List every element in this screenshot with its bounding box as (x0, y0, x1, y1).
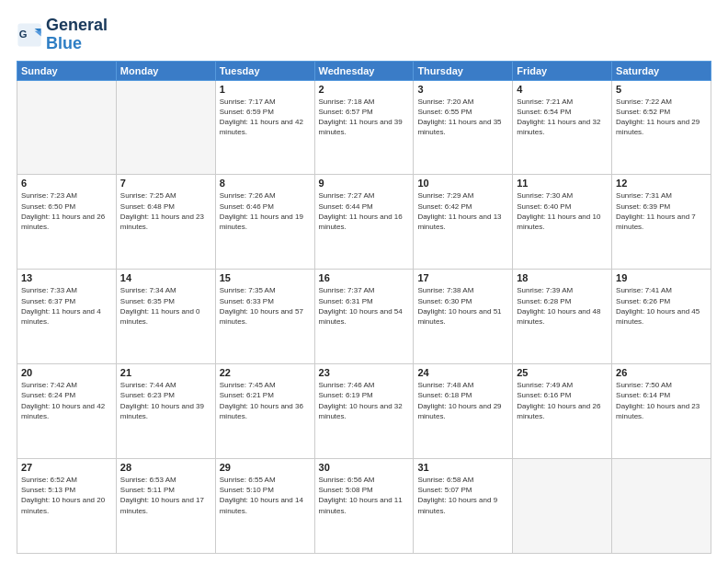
table-row (513, 459, 612, 554)
table-row: 6Sunrise: 7:23 AM Sunset: 6:50 PM Daylig… (17, 175, 117, 270)
day-number: 26 (616, 367, 707, 378)
table-row: 7Sunrise: 7:25 AM Sunset: 6:48 PM Daylig… (116, 175, 215, 270)
col-saturday: Saturday (612, 61, 711, 80)
table-row: 31Sunrise: 6:58 AM Sunset: 5:07 PM Dayli… (414, 459, 513, 554)
day-number: 31 (417, 462, 508, 473)
table-row: 20Sunrise: 7:42 AM Sunset: 6:24 PM Dayli… (17, 364, 117, 459)
table-row: 5Sunrise: 7:22 AM Sunset: 6:52 PM Daylig… (612, 80, 711, 175)
table-row: 30Sunrise: 6:56 AM Sunset: 5:08 PM Dayli… (314, 459, 414, 554)
table-row: 14Sunrise: 7:34 AM Sunset: 6:35 PM Dayli… (116, 270, 215, 364)
day-info: Sunrise: 7:30 AM Sunset: 6:40 PM Dayligh… (517, 190, 608, 232)
table-row: 19Sunrise: 7:41 AM Sunset: 6:26 PM Dayli… (612, 270, 711, 364)
day-info: Sunrise: 7:35 AM Sunset: 6:33 PM Dayligh… (220, 285, 311, 327)
day-number: 28 (120, 462, 211, 473)
day-info: Sunrise: 7:22 AM Sunset: 6:52 PM Dayligh… (616, 97, 707, 138)
day-number: 13 (21, 272, 112, 283)
table-row: 16Sunrise: 7:37 AM Sunset: 6:31 PM Dayli… (314, 270, 414, 364)
day-info: Sunrise: 7:49 AM Sunset: 6:16 PM Dayligh… (517, 380, 608, 421)
day-info: Sunrise: 7:27 AM Sunset: 6:44 PM Dayligh… (319, 190, 410, 232)
day-info: Sunrise: 6:52 AM Sunset: 5:13 PM Dayligh… (21, 475, 112, 516)
logo-text-line2: Blue (46, 35, 108, 53)
day-number: 23 (319, 367, 410, 378)
calendar-week-row: 27Sunrise: 6:52 AM Sunset: 5:13 PM Dayli… (17, 459, 711, 554)
calendar-week-row: 6Sunrise: 7:23 AM Sunset: 6:50 PM Daylig… (17, 175, 711, 270)
table-row: 29Sunrise: 6:55 AM Sunset: 5:10 PM Dayli… (215, 459, 314, 554)
table-row: 1Sunrise: 7:17 AM Sunset: 6:59 PM Daylig… (215, 80, 314, 175)
day-number: 21 (120, 367, 211, 378)
day-info: Sunrise: 7:21 AM Sunset: 6:54 PM Dayligh… (517, 97, 608, 138)
table-row: 3Sunrise: 7:20 AM Sunset: 6:55 PM Daylig… (414, 80, 513, 175)
table-row: 2Sunrise: 7:18 AM Sunset: 6:57 PM Daylig… (314, 80, 414, 175)
day-number: 6 (21, 178, 112, 189)
day-number: 12 (616, 178, 707, 189)
table-row: 28Sunrise: 6:53 AM Sunset: 5:11 PM Dayli… (116, 459, 215, 554)
logo-icon: G (17, 22, 42, 48)
col-tuesday: Tuesday (215, 61, 314, 80)
table-row: 11Sunrise: 7:30 AM Sunset: 6:40 PM Dayli… (513, 175, 612, 270)
calendar-header-row: Sunday Monday Tuesday Wednesday Thursday… (17, 61, 711, 80)
table-row (17, 80, 117, 175)
day-info: Sunrise: 7:39 AM Sunset: 6:28 PM Dayligh… (517, 285, 608, 327)
table-row (116, 80, 215, 175)
logo: G General Blue (17, 17, 108, 53)
day-info: Sunrise: 7:18 AM Sunset: 6:57 PM Dayligh… (319, 97, 410, 138)
table-row: 15Sunrise: 7:35 AM Sunset: 6:33 PM Dayli… (215, 270, 314, 364)
day-info: Sunrise: 7:17 AM Sunset: 6:59 PM Dayligh… (220, 97, 311, 138)
day-number: 7 (120, 178, 211, 189)
day-number: 16 (319, 272, 410, 283)
day-number: 19 (616, 272, 707, 283)
day-number: 22 (220, 367, 311, 378)
calendar-week-row: 13Sunrise: 7:33 AM Sunset: 6:37 PM Dayli… (17, 270, 711, 364)
day-info: Sunrise: 7:33 AM Sunset: 6:37 PM Dayligh… (21, 285, 112, 327)
day-info: Sunrise: 7:34 AM Sunset: 6:35 PM Dayligh… (120, 285, 211, 327)
table-row: 12Sunrise: 7:31 AM Sunset: 6:39 PM Dayli… (612, 175, 711, 270)
day-info: Sunrise: 7:31 AM Sunset: 6:39 PM Dayligh… (616, 190, 707, 232)
day-number: 1 (220, 84, 311, 95)
table-row (612, 459, 711, 554)
table-row: 17Sunrise: 7:38 AM Sunset: 6:30 PM Dayli… (414, 270, 513, 364)
table-row: 23Sunrise: 7:46 AM Sunset: 6:19 PM Dayli… (314, 364, 414, 459)
table-row: 13Sunrise: 7:33 AM Sunset: 6:37 PM Dayli… (17, 270, 117, 364)
svg-text:G: G (19, 29, 28, 40)
day-number: 4 (517, 84, 608, 95)
table-row: 18Sunrise: 7:39 AM Sunset: 6:28 PM Dayli… (513, 270, 612, 364)
table-row: 4Sunrise: 7:21 AM Sunset: 6:54 PM Daylig… (513, 80, 612, 175)
day-info: Sunrise: 7:45 AM Sunset: 6:21 PM Dayligh… (220, 380, 311, 421)
table-row: 10Sunrise: 7:29 AM Sunset: 6:42 PM Dayli… (414, 175, 513, 270)
table-row: 9Sunrise: 7:27 AM Sunset: 6:44 PM Daylig… (314, 175, 414, 270)
day-number: 15 (220, 272, 311, 283)
day-info: Sunrise: 7:20 AM Sunset: 6:55 PM Dayligh… (417, 97, 508, 138)
day-number: 20 (21, 367, 112, 378)
col-monday: Monday (116, 61, 215, 80)
col-friday: Friday (513, 61, 612, 80)
day-info: Sunrise: 7:50 AM Sunset: 6:14 PM Dayligh… (616, 380, 707, 421)
day-info: Sunrise: 7:48 AM Sunset: 6:18 PM Dayligh… (417, 380, 508, 421)
day-number: 9 (319, 178, 410, 189)
day-number: 18 (517, 272, 608, 283)
table-row: 26Sunrise: 7:50 AM Sunset: 6:14 PM Dayli… (612, 364, 711, 459)
day-info: Sunrise: 7:41 AM Sunset: 6:26 PM Dayligh… (616, 285, 707, 327)
day-info: Sunrise: 7:37 AM Sunset: 6:31 PM Dayligh… (319, 285, 410, 327)
table-row: 8Sunrise: 7:26 AM Sunset: 6:46 PM Daylig… (215, 175, 314, 270)
table-row: 27Sunrise: 6:52 AM Sunset: 5:13 PM Dayli… (17, 459, 117, 554)
table-row: 21Sunrise: 7:44 AM Sunset: 6:23 PM Dayli… (116, 364, 215, 459)
calendar-week-row: 1Sunrise: 7:17 AM Sunset: 6:59 PM Daylig… (17, 80, 711, 175)
day-info: Sunrise: 7:38 AM Sunset: 6:30 PM Dayligh… (417, 285, 508, 327)
day-number: 8 (220, 178, 311, 189)
day-number: 27 (21, 462, 112, 473)
col-thursday: Thursday (414, 61, 513, 80)
calendar-table: Sunday Monday Tuesday Wednesday Thursday… (17, 61, 711, 554)
table-row: 24Sunrise: 7:48 AM Sunset: 6:18 PM Dayli… (414, 364, 513, 459)
day-number: 17 (417, 272, 508, 283)
day-number: 3 (417, 84, 508, 95)
calendar-week-row: 20Sunrise: 7:42 AM Sunset: 6:24 PM Dayli… (17, 364, 711, 459)
day-number: 29 (220, 462, 311, 473)
logo-text-line1: General (46, 17, 108, 35)
day-info: Sunrise: 7:26 AM Sunset: 6:46 PM Dayligh… (220, 190, 311, 232)
table-row: 22Sunrise: 7:45 AM Sunset: 6:21 PM Dayli… (215, 364, 314, 459)
day-info: Sunrise: 6:58 AM Sunset: 5:07 PM Dayligh… (417, 475, 508, 516)
day-info: Sunrise: 7:44 AM Sunset: 6:23 PM Dayligh… (120, 380, 211, 421)
day-number: 30 (319, 462, 410, 473)
day-info: Sunrise: 7:46 AM Sunset: 6:19 PM Dayligh… (319, 380, 410, 421)
table-row: 25Sunrise: 7:49 AM Sunset: 6:16 PM Dayli… (513, 364, 612, 459)
